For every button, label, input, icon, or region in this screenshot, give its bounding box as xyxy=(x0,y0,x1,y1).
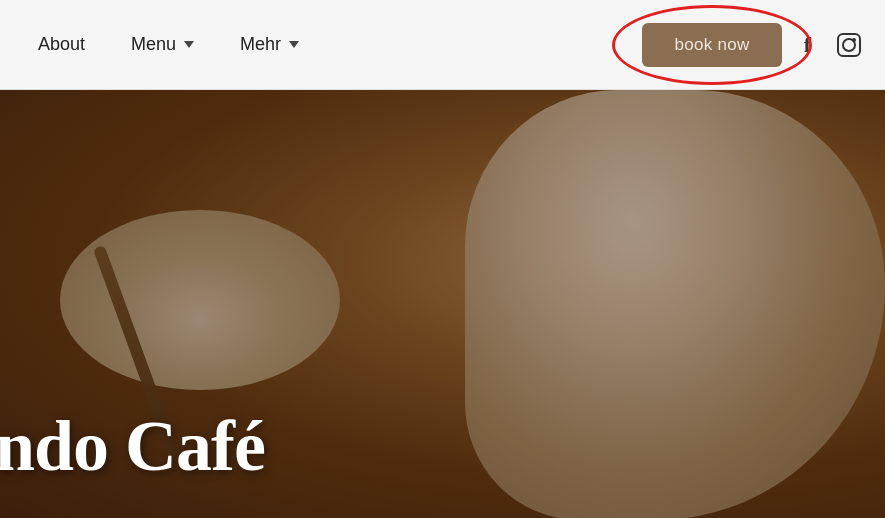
nav-menu-label: Menu xyxy=(131,34,176,55)
instagram-icon xyxy=(837,33,861,57)
hero-section: ndo Café xyxy=(0,90,885,518)
nav-right: book now f xyxy=(642,23,865,67)
nav-left: About Menu Mehr xyxy=(20,24,642,65)
navbar: About Menu Mehr book now f xyxy=(0,0,885,90)
facebook-icon: f xyxy=(804,32,811,58)
hero-title: ndo Café xyxy=(0,405,265,488)
book-now-wrapper: book now xyxy=(642,23,781,67)
nav-menu[interactable]: Menu xyxy=(113,24,212,65)
menu-chevron-icon xyxy=(184,41,194,48)
instagram-link[interactable] xyxy=(833,29,865,61)
facebook-link[interactable]: f xyxy=(800,28,815,62)
nav-mehr-label: Mehr xyxy=(240,34,281,55)
book-now-button[interactable]: book now xyxy=(642,23,781,67)
nav-mehr[interactable]: Mehr xyxy=(222,24,317,65)
nav-about[interactable]: About xyxy=(20,24,103,65)
mehr-chevron-icon xyxy=(289,41,299,48)
